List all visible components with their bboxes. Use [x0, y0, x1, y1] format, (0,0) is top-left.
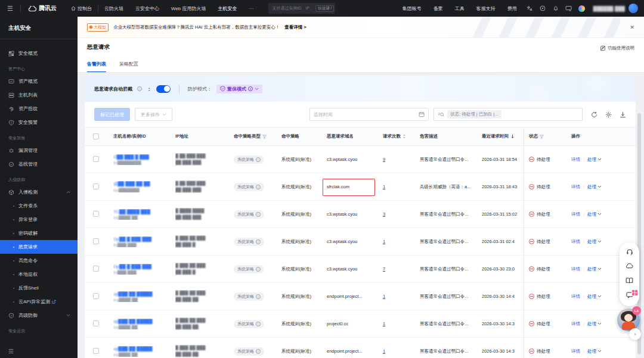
menu-group-account[interactable]: 集团账号 — [397, 0, 428, 17]
request-count-link[interactable]: 3 — [383, 211, 385, 217]
handle-link[interactable]: 处理 — [587, 321, 602, 327]
sidebar-item-local-privilege[interactable]: 本地提权 — [0, 267, 78, 281]
host-name-link[interactable]: 成██ ███ ██ ██ — [113, 181, 172, 187]
more-actions-button[interactable]: 更多操作 — [135, 108, 172, 121]
menu-billing[interactable]: 费用 — [501, 0, 523, 17]
chevron-down-icon[interactable] — [66, 314, 70, 317]
menu-tools[interactable]: 工具 — [449, 0, 470, 17]
row-checkbox[interactable] — [93, 238, 99, 244]
detail-link[interactable]: 详情 — [571, 157, 580, 163]
account-area[interactable]: ██████ ███ — [589, 4, 644, 13]
banner-detail-link[interactable]: 查看详情 > — [284, 24, 306, 30]
menu-icp-filing[interactable]: 备案 — [428, 0, 449, 17]
host-name-link[interactable]: op███ ██ █████ — [113, 291, 172, 297]
sidebar-item-asset-overview[interactable]: 资产概览 — [0, 74, 78, 88]
download-icon[interactable] — [620, 111, 626, 118]
nav-cloud-security-center[interactable]: 云安全中心 — [129, 0, 165, 17]
menu-support[interactable]: 客服支持 — [470, 0, 501, 17]
detail-link[interactable]: 详情 — [571, 294, 580, 300]
row-checkbox[interactable] — [93, 211, 99, 217]
host-name-link[interactable]: O██ ███ █ ███ — [113, 154, 172, 160]
sidebar-item-advanced-defense[interactable]: 高级防御 — [0, 309, 78, 322]
banner-close-icon[interactable]: ✕ — [630, 24, 634, 30]
row-checkbox[interactable] — [93, 156, 99, 162]
global-search-input[interactable]: 支持通过实例ID、IP、 快捷键 / — [268, 3, 335, 14]
info-icon[interactable]: i — [256, 349, 261, 354]
refresh-icon[interactable] — [591, 111, 597, 118]
expand-panel-chevron-icon[interactable]: › — [629, 328, 641, 340]
tab-policy-config[interactable]: 策略配置 — [119, 61, 138, 73]
sidebar-item-security-overview[interactable]: 安全概览 — [0, 46, 78, 60]
notification-bell-icon[interactable] — [549, 5, 562, 11]
sidebar-item-password-crack[interactable]: 密码破解 — [0, 226, 78, 240]
filter-funnel-icon[interactable] — [540, 135, 544, 139]
handle-link[interactable]: 处理 — [587, 294, 602, 300]
sidebar-item-cloud-api-monitor[interactable]: 云API异常监测 — [0, 295, 78, 309]
sidebar-item-asset-fingerprint[interactable]: 资产指纹 — [0, 102, 78, 116]
request-count-link[interactable]: 1 — [383, 239, 385, 244]
status-filter-tag[interactable]: 状态: 待处理 | 已加白 |... — [447, 110, 501, 119]
sidebar-item-host-list[interactable]: 主机列表 — [0, 88, 78, 102]
handle-link[interactable]: 处理 — [587, 266, 602, 272]
request-count-link[interactable]: 1 — [383, 294, 385, 299]
info-icon[interactable]: i — [256, 157, 261, 162]
request-count-link[interactable]: 1 — [383, 348, 385, 354]
handle-link[interactable]: 处理 — [587, 157, 602, 163]
detail-link[interactable]: 详情 — [571, 239, 580, 245]
handle-link[interactable]: 处理 — [587, 184, 602, 190]
info-icon[interactable]: i — [256, 267, 261, 272]
feedback-icon[interactable] — [626, 292, 633, 300]
tencent-cloud-logo[interactable]: 腾讯云 — [21, 4, 65, 13]
handle-link[interactable]: 处理 — [587, 348, 602, 354]
nav-cloud-firewall[interactable]: 云防火墙 — [98, 0, 129, 17]
info-icon[interactable]: i — [248, 86, 253, 91]
host-name-link[interactable]: Op██ █ ███ ███ — [113, 264, 172, 269]
request-count-link[interactable]: 7 — [383, 266, 385, 272]
host-name-link[interactable]: op███ ██ █████ — [113, 319, 172, 324]
feature-guide-link[interactable]: 功能使用说明 — [600, 45, 634, 51]
info-icon[interactable]: i — [137, 86, 142, 91]
sidebar-item-risky-command[interactable]: 高危命令 — [0, 254, 78, 267]
nav-more[interactable]: ··· — [243, 0, 260, 17]
sort-desc-icon[interactable] — [510, 134, 515, 139]
detail-link[interactable]: 详情 — [571, 266, 580, 272]
protection-mode-select[interactable]: 重保模式 i — [216, 85, 262, 94]
detail-link[interactable]: 详情 — [571, 348, 580, 354]
nav-waf[interactable]: Web 应用防火墙 — [165, 0, 212, 17]
auto-block-toggle[interactable] — [156, 85, 171, 93]
sort-icon[interactable] — [402, 134, 406, 139]
info-icon[interactable]: i — [256, 294, 261, 299]
nav-host-security[interactable]: 主机安全 — [212, 0, 243, 17]
documentation-book-icon[interactable] — [626, 278, 633, 286]
sidebar-item-abnormal-login[interactable]: 异常登录 — [0, 213, 78, 226]
tab-alert-list[interactable]: 告警列表 — [87, 61, 106, 73]
host-name-link[interactable]: op███ ██ █████ — [113, 346, 172, 351]
handle-link[interactable]: 处理 — [587, 239, 602, 245]
request-count-link[interactable]: 1 — [383, 321, 385, 326]
info-icon[interactable]: i — [256, 239, 261, 244]
row-checkbox[interactable] — [93, 293, 99, 299]
host-name-link[interactable]: Op██ █ ███ ███ — [113, 236, 172, 242]
date-range-picker[interactable] — [309, 108, 429, 121]
date-input[interactable] — [314, 112, 419, 117]
detail-link[interactable]: 详情 — [571, 321, 580, 327]
language-icon[interactable] — [523, 5, 536, 11]
settings-gear-icon[interactable] — [605, 111, 612, 118]
status-filter-searchbox[interactable]: 状态: 待处理 | 已加白 |... — [434, 108, 583, 121]
sidebar-item-security-alert[interactable]: 安全预警 — [0, 116, 78, 129]
row-checkbox[interactable] — [93, 348, 99, 354]
info-icon[interactable]: i — [256, 212, 261, 217]
sidebar-item-reverse-shell[interactable]: 反弹Shell — [0, 281, 78, 295]
sidebar-item-malicious-request[interactable]: 恶意请求 — [0, 240, 78, 254]
sidebar-item-baseline-mgmt[interactable]: 基线管理 — [0, 157, 78, 171]
customer-service-icon[interactable] — [626, 248, 633, 257]
compass-icon[interactable] — [536, 5, 549, 11]
detail-link[interactable]: 详情 — [571, 211, 580, 217]
mark-handled-button[interactable]: 标记已处理 — [94, 108, 130, 121]
console-panel-icon[interactable] — [562, 5, 575, 11]
nav-console[interactable]: 控制台 — [65, 0, 98, 17]
sidebar-item-vuln-mgmt[interactable]: 漏洞管理 — [0, 144, 78, 157]
handle-link[interactable]: 处理 — [587, 211, 602, 217]
sidebar-item-file-scan[interactable]: 文件查杀 — [0, 199, 78, 213]
ai-assistant-icon[interactable] — [575, 5, 589, 12]
